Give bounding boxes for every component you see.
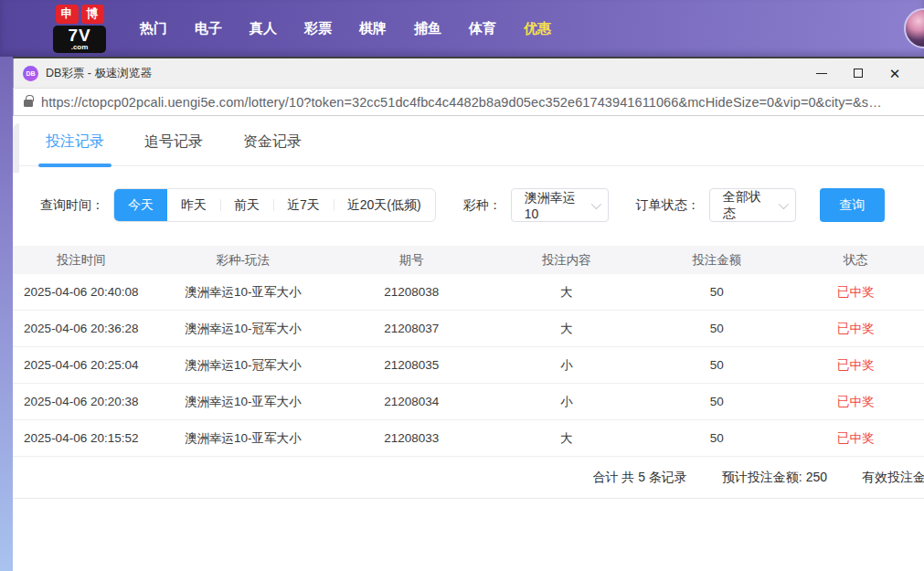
- cell-lottery-play: 澳洲幸运10-冠军大小: [150, 357, 336, 374]
- site-navbar: 申 博 7V .com 热门 电子 真人 彩票 棋牌 捕鱼 体育 优惠: [0, 0, 924, 57]
- time-option-7days[interactable]: 近7天: [273, 189, 334, 221]
- table-row: 2025-04-06 20:36:28 澳洲幸运10-冠军大小 21208037…: [13, 311, 924, 347]
- tab-fund-records[interactable]: 资金记录: [243, 132, 302, 165]
- cell-bet-time: 2025-04-06 20:36:28: [13, 322, 150, 335]
- user-avatar[interactable]: [904, 8, 924, 48]
- cell-status: 已中奖: [787, 357, 924, 374]
- maximize-icon: [854, 69, 863, 78]
- header-status: 状态: [787, 252, 924, 269]
- nav-menu: 热门 电子 真人 彩票 棋牌 捕鱼 体育 优惠: [126, 20, 565, 37]
- time-option-yesterday[interactable]: 昨天: [167, 189, 220, 221]
- nav-item-lottery[interactable]: 彩票: [291, 20, 345, 37]
- header-bet-time: 投注时间: [13, 252, 150, 269]
- table-row: 2025-04-06 20:25:04 澳洲幸运10-冠军大小 21208035…: [13, 347, 924, 384]
- cell-bet-amount: 50: [646, 285, 788, 299]
- chevron-down-icon: [778, 198, 788, 208]
- time-option-day-before[interactable]: 前天: [220, 189, 273, 221]
- record-tabs: 投注记录 追号记录 资金记录: [13, 116, 924, 166]
- lottery-select[interactable]: 澳洲幸运10: [511, 188, 609, 222]
- cell-bet-content: 大: [486, 284, 645, 301]
- header-bet-amount: 投注金额: [646, 252, 788, 269]
- status-filter-label: 订单状态：: [636, 197, 700, 214]
- table-summary-row: 合计 共 5 条记录 预计投注金额: 250 有效投注金额: [13, 457, 924, 499]
- nav-item-electronic[interactable]: 电子: [181, 20, 236, 37]
- cell-lottery-play: 澳洲幸运10-冠军大小: [150, 321, 336, 337]
- summary-valid-amount: 有效投注金额: [862, 470, 924, 486]
- time-filter-label: 查询时间：: [40, 197, 104, 214]
- cell-issue: 21208035: [336, 358, 487, 372]
- table-row: 2025-04-06 20:15:52 澳洲幸运10-亚军大小 21208033…: [13, 420, 924, 457]
- logo-sub-text: .com: [53, 44, 106, 51]
- site-logo[interactable]: 申 博 7V .com: [53, 5, 106, 53]
- window-title: DB彩票 - 极速浏览器: [46, 66, 152, 81]
- cell-status: 已中奖: [787, 430, 924, 447]
- header-bet-content: 投注内容: [486, 252, 645, 269]
- summary-expected-amount: 预计投注金额: 250: [722, 470, 827, 486]
- cell-lottery-play: 澳洲幸运10-亚军大小: [150, 430, 336, 447]
- query-filters: 查询时间： 今天 昨天 前天 近7天 近20天(低频) 彩种： 澳洲幸运10 订…: [40, 188, 924, 222]
- query-button[interactable]: 查询: [820, 188, 885, 222]
- chevron-down-icon: [590, 198, 600, 208]
- page-url: https://ctopcp02pcali.uengi5e.com/lotter…: [41, 95, 882, 110]
- cell-issue: 21208037: [336, 322, 487, 335]
- header-issue: 期号: [336, 252, 487, 269]
- cell-status: 已中奖: [787, 394, 924, 410]
- time-range-group: 今天 昨天 前天 近7天 近20天(低频): [113, 188, 436, 222]
- ssl-lock-icon: [24, 100, 33, 107]
- lottery-filter-label: 彩种：: [463, 197, 502, 214]
- table-row: 2025-04-06 20:20:38 澳洲幸运10-亚军大小 21208034…: [13, 384, 924, 420]
- cell-bet-content: 小: [486, 394, 645, 410]
- cell-lottery-play: 澳洲幸运10-亚军大小: [150, 394, 336, 410]
- table-header-row: 投注时间 彩种-玩法 期号 投注内容 投注金额 状态: [13, 246, 924, 274]
- bet-records-table: 投注时间 彩种-玩法 期号 投注内容 投注金额 状态 2025-04-06 20…: [13, 246, 924, 499]
- browser-window: DB DB彩票 - 极速浏览器 ✕ https://ctopcp02pcali.…: [13, 57, 924, 571]
- header-lottery-play: 彩种-玩法: [150, 252, 336, 269]
- cell-bet-amount: 50: [646, 395, 788, 408]
- cell-status: 已中奖: [787, 284, 924, 301]
- cell-bet-amount: 50: [646, 431, 788, 445]
- nav-item-sports[interactable]: 体育: [455, 20, 510, 37]
- maximize-button[interactable]: [840, 60, 876, 86]
- tab-chase-records[interactable]: 追号记录: [144, 132, 203, 165]
- cell-bet-time: 2025-04-06 20:15:52: [13, 431, 150, 445]
- logo-badge-left: 申: [56, 5, 79, 24]
- time-option-20days[interactable]: 近20天(低频): [334, 189, 435, 221]
- cell-bet-amount: 50: [646, 322, 788, 335]
- cell-bet-amount: 50: [646, 358, 788, 372]
- cell-issue: 21208038: [336, 285, 487, 299]
- tab-bet-records[interactable]: 投注记录: [46, 132, 104, 165]
- cell-lottery-play: 澳洲幸运10-亚军大小: [150, 284, 336, 301]
- page-content: 投注记录 追号记录 资金记录 查询时间： 今天 昨天 前天 近7天 近20天(低…: [13, 116, 924, 571]
- cell-bet-content: 小: [486, 357, 645, 374]
- cell-issue: 21208033: [336, 431, 487, 445]
- close-button[interactable]: ✕: [876, 60, 913, 86]
- table-row: 2025-04-06 20:40:08 澳洲幸运10-亚军大小 21208038…: [13, 274, 924, 311]
- nav-item-fishing[interactable]: 捕鱼: [400, 20, 455, 37]
- close-icon: ✕: [889, 67, 901, 80]
- logo-badge-right: 博: [81, 5, 104, 24]
- time-option-today[interactable]: 今天: [114, 189, 167, 221]
- status-select-value: 全部状态: [723, 189, 771, 222]
- cell-status: 已中奖: [787, 321, 924, 337]
- logo-main-text: 7V: [53, 26, 106, 44]
- app-icon: DB: [23, 66, 38, 81]
- window-titlebar: DB DB彩票 - 极速浏览器 ✕: [13, 58, 924, 88]
- cell-bet-time: 2025-04-06 20:25:04: [13, 358, 150, 372]
- cell-bet-content: 大: [486, 430, 645, 447]
- cell-bet-time: 2025-04-06 20:20:38: [13, 395, 150, 408]
- lottery-select-value: 澳洲幸运10: [525, 190, 584, 221]
- corner-accent: [13, 123, 19, 173]
- minimize-icon: [816, 73, 827, 74]
- address-bar[interactable]: https://ctopcp02pcali.uengi5e.com/lotter…: [13, 88, 924, 116]
- cell-bet-time: 2025-04-06 20:40:08: [13, 285, 150, 299]
- nav-item-live[interactable]: 真人: [236, 20, 291, 37]
- minimize-button[interactable]: [803, 60, 840, 86]
- nav-item-chess[interactable]: 棋牌: [345, 20, 400, 37]
- nav-item-promo[interactable]: 优惠: [510, 20, 565, 37]
- cell-bet-content: 大: [486, 321, 645, 337]
- order-status-select[interactable]: 全部状态: [709, 188, 796, 222]
- nav-item-hot[interactable]: 热门: [126, 20, 181, 37]
- cell-issue: 21208034: [336, 395, 487, 408]
- summary-total-records: 合计 共 5 条记录: [592, 470, 686, 486]
